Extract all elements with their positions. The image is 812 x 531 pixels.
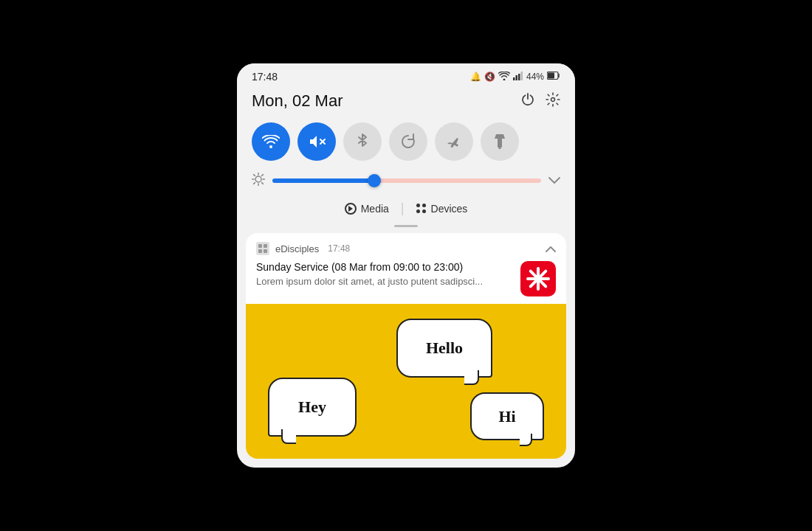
play-icon <box>345 203 357 215</box>
svg-rect-23 <box>264 249 267 253</box>
bubble-hey: Hey <box>268 378 357 437</box>
media-button[interactable]: Media <box>345 203 389 215</box>
svg-rect-5 <box>548 73 554 79</box>
devices-label: Devices <box>431 203 468 215</box>
svg-rect-2 <box>518 74 520 80</box>
notif-app-name: eDisciples <box>275 243 319 254</box>
svg-rect-1 <box>515 75 517 80</box>
bluetooth-toggle[interactable] <box>343 122 382 161</box>
notif-desc: Lorem ipsum dolor sit amet, at justo put… <box>256 276 513 287</box>
mute-toggle[interactable] <box>297 122 336 161</box>
battery-level: 44% <box>526 72 544 82</box>
date-display: Mon, 02 Mar <box>252 91 343 111</box>
svg-line-19 <box>262 175 264 176</box>
grid-dot-4 <box>422 209 426 213</box>
notif-content: Sunday Service (08 Mar from 09:00 to 23:… <box>256 261 520 287</box>
header-row: Mon, 02 Mar <box>237 87 575 119</box>
brightness-slider[interactable] <box>272 178 541 183</box>
rotate-toggle[interactable] <box>389 122 427 161</box>
svg-rect-22 <box>258 249 262 253</box>
drag-handle-bar <box>394 225 418 227</box>
svg-point-6 <box>551 97 555 101</box>
notification-image: Hey Hello Hi <box>246 304 566 459</box>
svg-rect-0 <box>513 77 515 80</box>
drag-handle <box>237 222 575 233</box>
separator: | <box>401 201 405 216</box>
status-time: 17:48 <box>252 71 278 83</box>
svg-rect-9 <box>498 139 502 148</box>
bubble-hi: Hi <box>470 392 544 440</box>
play-triangle <box>348 206 353 212</box>
notif-title: Sunday Service (08 Mar from 09:00 to 23:… <box>256 261 513 273</box>
power-icon[interactable] <box>520 92 535 111</box>
notification-header: eDisciples 17:48 <box>246 233 566 261</box>
mute-status-icon: 🔇 <box>484 72 495 82</box>
status-bar: 17:48 🔔 🔇 <box>237 63 575 87</box>
signal-icon <box>513 72 523 83</box>
bubble-container: Hey Hello Hi <box>246 304 566 459</box>
grid-dot-2 <box>422 204 426 207</box>
svg-point-11 <box>255 176 261 182</box>
notification-card: eDisciples 17:48 Sunday Service (08 Mar … <box>246 233 566 459</box>
media-devices-row: Media | Devices <box>237 196 575 222</box>
notif-expand-icon[interactable] <box>546 242 556 255</box>
brightness-icon <box>252 173 265 189</box>
devices-grid-icon <box>416 204 427 214</box>
wifi-status-icon <box>498 72 510 83</box>
notif-time: 17:48 <box>328 243 350 254</box>
svg-line-18 <box>254 183 255 184</box>
flashlight-toggle[interactable] <box>481 122 519 161</box>
settings-icon[interactable] <box>546 92 560 111</box>
header-actions <box>520 92 560 111</box>
devices-button[interactable]: Devices <box>416 203 468 215</box>
media-label: Media <box>361 203 389 215</box>
phone-panel: 17:48 🔔 🔇 <box>237 63 575 468</box>
svg-rect-20 <box>258 244 262 248</box>
svg-rect-21 <box>264 244 267 248</box>
brightness-expand-icon[interactable] <box>548 174 560 187</box>
grid-dot-1 <box>416 204 420 207</box>
airplane-toggle[interactable] <box>435 122 473 161</box>
notification-body: Sunday Service (08 Mar from 09:00 to 23:… <box>246 261 566 304</box>
svg-rect-3 <box>520 72 523 80</box>
brightness-row <box>237 170 575 196</box>
brightness-thumb[interactable] <box>368 174 381 187</box>
svg-line-16 <box>254 175 255 176</box>
grid-dot-3 <box>416 209 420 213</box>
bubble-hello: Hello <box>396 319 492 378</box>
svg-rect-10 <box>499 148 501 149</box>
notif-logo-inner <box>525 266 551 292</box>
svg-line-17 <box>262 183 264 184</box>
battery-icon <box>547 72 560 82</box>
status-icons: 🔔 🔇 44 <box>470 72 560 83</box>
quick-toggles <box>237 119 575 170</box>
notif-app-icon <box>256 242 269 255</box>
wifi-toggle[interactable] <box>252 122 290 161</box>
alarm-icon: 🔔 <box>470 72 481 82</box>
notif-app-logo <box>520 261 556 296</box>
